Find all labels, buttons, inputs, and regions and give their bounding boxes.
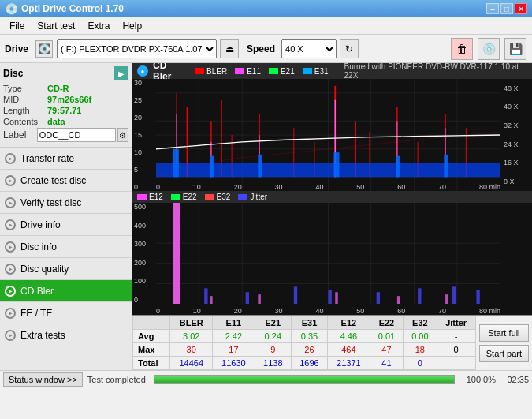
legend-e21-color xyxy=(269,68,278,74)
avg-e11: 2.42 xyxy=(213,330,255,343)
y-label-10: 10 xyxy=(134,148,153,156)
legend-e31-color xyxy=(303,68,312,74)
legend-e12-label: E12 xyxy=(149,193,163,201)
legend-jitter-color xyxy=(238,194,247,200)
sidebar-item-transfer-rate[interactable]: Transfer rate xyxy=(0,148,132,170)
progress-container xyxy=(154,375,455,384)
titlebar: 💿 Opti Drive Control 1.70 – □ ✕ xyxy=(0,0,532,17)
label-input[interactable] xyxy=(37,128,116,142)
menu-extra[interactable]: Extra xyxy=(81,19,116,33)
speed-select[interactable]: 40 X xyxy=(281,39,337,58)
avg-label: Avg xyxy=(133,330,170,343)
data-section: BLER E11 E21 E31 E12 E22 E32 Jitter Avg xyxy=(132,315,532,370)
y-label-30: 30 xyxy=(134,79,153,87)
col-header-e11: E11 xyxy=(213,316,255,330)
menu-start-test[interactable]: Start test xyxy=(31,19,81,33)
legend-e12: E12 xyxy=(137,193,163,201)
disc-quality-icon xyxy=(5,264,16,275)
sidebar-label-drive-info: Drive info xyxy=(20,219,61,230)
legend-e31-label: E31 xyxy=(314,67,329,76)
toolbar: Drive 💽 ( F:) PLEXTOR DVDR PX-760A 1.07 … xyxy=(0,35,532,63)
sidebar-item-extra-tests[interactable]: Extra tests xyxy=(0,324,132,346)
legend-e31: E31 xyxy=(303,67,329,76)
close-button[interactable]: ✕ xyxy=(515,3,527,14)
sidebar-item-disc-quality[interactable]: Disc quality xyxy=(0,258,132,280)
length-label: Length xyxy=(3,106,47,115)
label-settings-button[interactable]: ⚙ xyxy=(117,128,128,142)
legend-e32: E32 xyxy=(205,193,231,201)
fe-te-icon xyxy=(5,308,16,319)
speed-32x: 32 X xyxy=(504,122,530,129)
disc-expand-button[interactable]: ▶ xyxy=(114,66,128,80)
menu-help[interactable]: Help xyxy=(116,19,148,33)
legend-jitter-label: Jitter xyxy=(250,193,267,201)
avg-e22: 0.01 xyxy=(370,330,403,343)
speed-label: Speed xyxy=(247,43,275,54)
speed-8x: 8 X xyxy=(504,178,530,185)
disc-info-panel: Disc ▶ Type CD-R MID 97m26s66f Length 79… xyxy=(0,63,132,148)
max-e22: 47 xyxy=(370,343,403,357)
burn-button[interactable]: 💿 xyxy=(478,38,500,60)
maximize-button[interactable]: □ xyxy=(500,3,513,14)
total-e32: 0 xyxy=(404,357,437,370)
data-table-wrap: BLER E11 E21 E31 E12 E22 E32 Jitter Avg xyxy=(132,316,476,370)
status-window-button[interactable]: Status window >> xyxy=(3,372,83,387)
erase-button[interactable]: 🗑 xyxy=(451,38,473,60)
legend-e11-label: E11 xyxy=(247,67,261,76)
sidebar-item-verify-test-disc[interactable]: Verify test disc xyxy=(0,192,132,214)
status-percentage: 100.0% xyxy=(463,375,496,384)
transfer-rate-icon xyxy=(5,153,16,164)
col-header-e32: E32 xyxy=(404,316,437,330)
drive-select[interactable]: ( F:) PLEXTOR DVDR PX-760A 1.07 xyxy=(57,39,217,58)
legend-e32-color xyxy=(205,194,214,200)
chart-legend-top: BLER E11 E21 E31 Burned with PIONEER DVD… xyxy=(195,63,527,80)
data-table: BLER E11 E21 E31 E12 E22 E32 Jitter Avg xyxy=(132,316,476,370)
legend-e22: E22 xyxy=(171,193,197,201)
menu-file[interactable]: File xyxy=(3,19,31,33)
svg-rect-62 xyxy=(210,296,212,304)
table-row-max: Max 30 17 9 26 464 47 18 0 xyxy=(133,343,476,357)
sidebar-label-extra-tests: Extra tests xyxy=(20,330,65,341)
sidebar-item-fe-te[interactable]: FE / TE xyxy=(0,302,132,324)
legend-bler-label: BLER xyxy=(206,67,227,76)
eject-button[interactable]: ⏏ xyxy=(220,39,239,58)
sidebar-item-cd-bler[interactable]: CD Bler xyxy=(0,280,132,302)
length-value: 79:57.71 xyxy=(47,106,81,115)
type-label: Type xyxy=(3,84,47,93)
sidebar-item-create-test-disc[interactable]: Create test disc xyxy=(0,170,132,192)
refresh-button[interactable]: ↻ xyxy=(340,39,359,58)
sidebar-item-drive-info[interactable]: Drive info xyxy=(0,214,132,236)
top-chart-x-labels: 0 10 20 30 40 50 60 70 80 min xyxy=(156,183,500,191)
sidebar-label-disc-quality: Disc quality xyxy=(20,264,69,275)
label-label: Label xyxy=(3,129,37,140)
avg-jitter: - xyxy=(437,330,475,343)
by-label-500: 500 xyxy=(134,203,153,211)
total-jitter xyxy=(437,357,475,370)
col-header-e12: E12 xyxy=(328,316,370,330)
by-label-0b: 0 xyxy=(134,296,153,304)
sidebar-label-cd-bler: CD Bler xyxy=(20,286,54,297)
legend-e11: E11 xyxy=(235,67,261,76)
y-label-15: 15 xyxy=(134,131,153,139)
contents-value: data xyxy=(47,117,65,126)
total-e12: 21371 xyxy=(328,357,370,370)
top-chart-speed-labels: 48 X 40 X 32 X 24 X 16 X 8 X xyxy=(502,79,532,191)
sidebar-label-verify-test-disc: Verify test disc xyxy=(20,197,81,208)
sidebar-item-disc-info[interactable]: Disc info xyxy=(0,236,132,258)
drive-icon: 💽 xyxy=(35,40,53,58)
by-label-200: 200 xyxy=(134,259,153,267)
svg-rect-55 xyxy=(246,292,249,304)
avg-bler: 3.02 xyxy=(170,330,213,343)
col-header-e31: E31 xyxy=(291,316,327,330)
table-row-total: Total 14464 11630 1138 1696 21371 41 0 xyxy=(133,357,476,370)
bottom-chart: 500 400 300 200 100 0 0 10 20 30 40 50 6… xyxy=(132,203,532,315)
save-button[interactable]: 💾 xyxy=(504,38,526,60)
col-header-empty xyxy=(133,316,170,330)
titlebar-left: 💿 Opti Drive Control 1.70 xyxy=(5,2,124,15)
total-label: Total xyxy=(133,357,170,370)
start-part-button[interactable]: Start part xyxy=(479,345,529,362)
drive-label: Drive xyxy=(5,43,28,54)
sidebar-label-disc-info: Disc info xyxy=(20,241,57,253)
start-full-button[interactable]: Start full xyxy=(479,324,529,342)
minimize-button[interactable]: – xyxy=(486,3,499,14)
